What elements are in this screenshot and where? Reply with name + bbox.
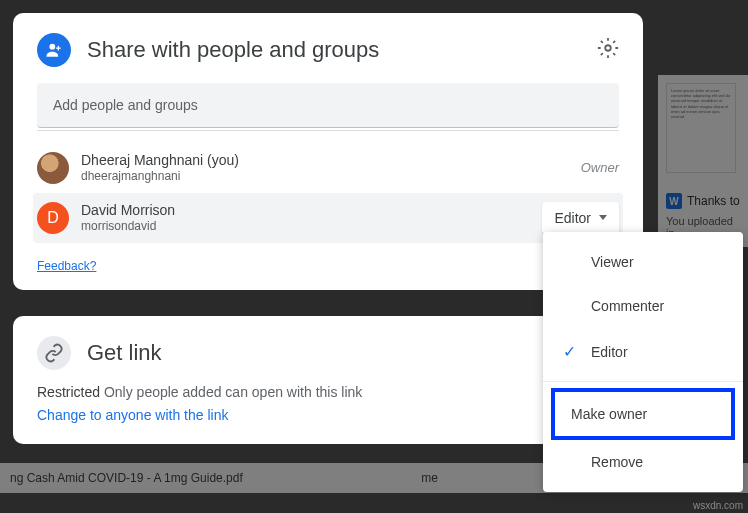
svg-point-1 [605,45,611,51]
highlight-box: Make owner [551,388,735,440]
role-dropdown-label: Editor [554,210,591,226]
add-people-input[interactable]: Add people and groups [37,83,619,128]
dropdown-separator [543,381,743,382]
dropdown-item-viewer[interactable]: Viewer [543,240,743,284]
svg-point-0 [49,44,55,50]
role-dropdown-button[interactable]: Editor [542,202,619,234]
get-link-title: Get link [87,340,162,366]
share-people-icon [37,33,71,67]
person-email: dheerajmanghnani [81,169,581,185]
role-owner-label: Owner [581,160,619,175]
link-icon [37,336,71,370]
person-email: morrisondavid [81,219,542,235]
person-row-editor: D David Morrison morrisondavid Editor [33,193,623,243]
person-name: Dheeraj Manghnani (you) [81,151,581,169]
dropdown-item-remove[interactable]: Remove [543,440,743,484]
person-name: David Morrison [81,201,542,219]
dropdown-item-make-owner[interactable]: Make owner [555,392,731,436]
change-link-access[interactable]: Change to anyone with the link [37,407,228,423]
feedback-link[interactable]: Feedback? [37,259,96,273]
dropdown-item-editor[interactable]: ✓ Editor [543,328,743,375]
avatar [37,152,69,184]
restricted-text: Restricted Only people added can open wi… [37,384,619,400]
check-icon: ✓ [563,342,591,361]
avatar: D [37,202,69,234]
gear-icon[interactable] [597,37,619,63]
role-dropdown-menu: Viewer Commenter ✓ Editor Make owner Rem… [543,232,743,492]
share-title: Share with people and groups [87,37,597,63]
watermark: wsxdn.com [693,500,743,511]
dropdown-item-commenter[interactable]: Commenter [543,284,743,328]
person-row-owner: Dheeraj Manghnani (you) dheerajmanghnani… [33,143,623,193]
chevron-down-icon [599,215,607,220]
